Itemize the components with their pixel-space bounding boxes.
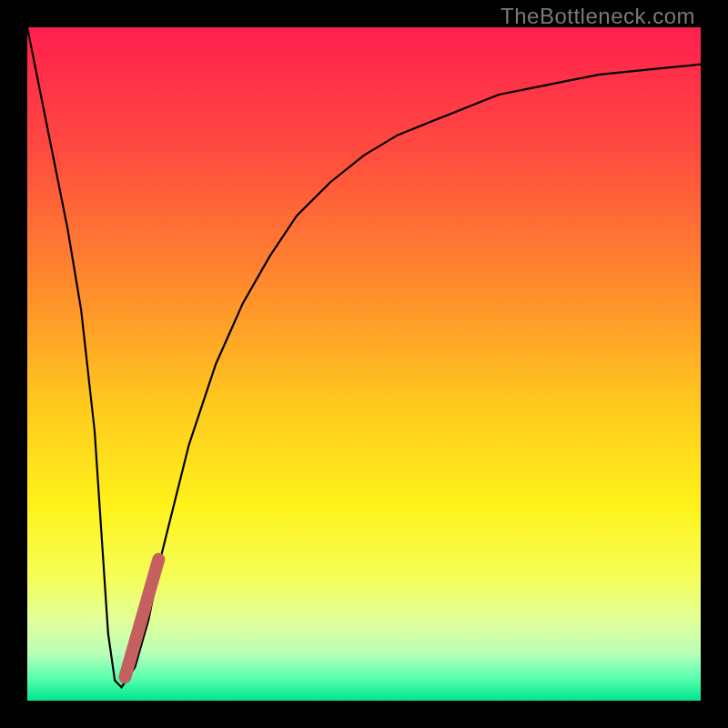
watermark-text: TheBottleneck.com <box>500 4 695 29</box>
chart-frame: TheBottleneck.com <box>0 0 728 728</box>
plot-area <box>27 27 701 701</box>
highlight-segment <box>125 560 158 678</box>
bottleneck-curve <box>27 27 701 687</box>
curve-layer <box>27 27 701 701</box>
